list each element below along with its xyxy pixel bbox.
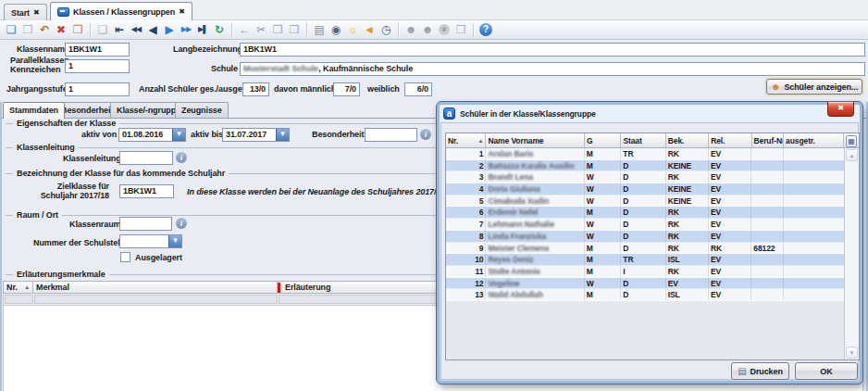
column-header-g[interactable]: G bbox=[585, 133, 621, 147]
toolbar-separator[interactable] bbox=[306, 23, 307, 37]
undo-icon[interactable]: ↶ bbox=[36, 21, 53, 38]
column-header-name-vorname[interactable]: Name Vorname bbox=[486, 133, 584, 147]
column-header-ausgetr[interactable]: ausgetr. bbox=[784, 133, 844, 147]
student-row[interactable]: 6 Erdemir Nefel M D RK EV bbox=[446, 207, 844, 219]
student-row[interactable]: 4 Doria Giuliana W D KEINE EV bbox=[446, 183, 844, 196]
student-row[interactable]: 3 Brandt Lena W D RK EV bbox=[446, 171, 844, 183]
filter-cell-nr[interactable] bbox=[5, 295, 33, 304]
student-row[interactable]: 5 Cimabuda Xudin W D KEINE EV bbox=[446, 196, 844, 208]
refresh-icon[interactable]: ↻ bbox=[211, 21, 228, 38]
column-header-staat[interactable]: Staat bbox=[621, 133, 665, 147]
klassenraum-field[interactable] bbox=[119, 217, 172, 231]
toolbar-separator[interactable] bbox=[473, 23, 474, 37]
student-beruf-nr bbox=[751, 278, 784, 289]
student-row[interactable]: 10 Reyes Deniz M TR ISL EV bbox=[446, 254, 844, 266]
print-icon[interactable]: ▤ bbox=[311, 21, 328, 38]
chevron-down-icon[interactable]: ▼ bbox=[276, 129, 289, 141]
student-row[interactable]: 1 Arslan Baris M TR RK EV bbox=[446, 148, 844, 160]
klassenleitung-field[interactable] bbox=[119, 151, 173, 165]
student-staat: D bbox=[621, 160, 665, 171]
ok-button[interactable]: OK bbox=[795, 362, 858, 380]
report-icon[interactable]: ❒ bbox=[453, 21, 469, 38]
prev-record-icon[interactable]: ◀ bbox=[144, 21, 161, 38]
tab-zeugnisse[interactable]: Zeugnisse bbox=[175, 102, 229, 118]
close-icon[interactable]: ✖ bbox=[179, 8, 185, 16]
tab-start[interactable]: Start ✖ bbox=[4, 4, 47, 20]
cut-icon[interactable]: ✂ bbox=[253, 21, 269, 38]
copy-icon[interactable]: ❐ bbox=[269, 21, 286, 38]
student-gender: W bbox=[585, 183, 621, 195]
help-icon[interactable]: ? bbox=[479, 23, 492, 36]
student-row[interactable]: 9 Meister Clemens M D RK RK 68122 bbox=[446, 243, 844, 255]
toolbar-separator[interactable] bbox=[90, 23, 91, 37]
jahrgangsstufe-label: Jahrgangsstufe bbox=[6, 84, 68, 94]
student-nr: 6 bbox=[446, 207, 486, 218]
table-scrollbar[interactable]: ▲ ▼ bbox=[844, 148, 859, 359]
parallelklassen-field[interactable]: 1 bbox=[65, 59, 130, 73]
aktiv-von-field[interactable]: 01.08.2016 ▼ bbox=[118, 128, 186, 142]
chevron-down-icon[interactable]: ▼ bbox=[168, 235, 181, 247]
student-nr: 13 bbox=[446, 289, 486, 300]
close-icon[interactable]: ✖ bbox=[33, 9, 40, 17]
remove-record-icon[interactable]: ❐ bbox=[69, 21, 86, 38]
student-name-redacted: Stolte Antonio bbox=[486, 266, 584, 277]
student-name-redacted: Arslan Baris bbox=[486, 148, 584, 159]
jahrgangsstufe-field[interactable]: 1 bbox=[65, 82, 130, 96]
number-icon[interactable]: # bbox=[439, 24, 450, 35]
first-record-icon[interactable]: ⇤ bbox=[111, 21, 128, 38]
timer-icon[interactable]: ◷ bbox=[378, 21, 394, 38]
aktiv-bis-field[interactable]: 31.07.2017 ▼ bbox=[222, 128, 290, 142]
toolbar-separator[interactable] bbox=[231, 23, 232, 37]
langbezeichnung-field[interactable]: 1BK1W1 bbox=[240, 43, 865, 57]
column-header-nr[interactable]: Nr. ▲ bbox=[4, 282, 33, 293]
student-row[interactable]: 13 Walid Abdullah M D ISL EV bbox=[446, 289, 844, 301]
view-icon[interactable]: ◉ bbox=[328, 21, 344, 38]
klassenname-field[interactable]: 1BK1W1 bbox=[65, 43, 130, 57]
ausgelagert-checkbox[interactable] bbox=[120, 252, 130, 262]
student-row[interactable]: 11 Stolte Antonio M I RK EV bbox=[446, 266, 844, 278]
scroll-down-icon[interactable]: ▼ bbox=[846, 347, 858, 359]
filter-icon[interactable]: ◄ bbox=[361, 21, 378, 38]
prev-fast-icon[interactable]: ◀◀ bbox=[128, 21, 144, 38]
hint-icon[interactable]: ☼ bbox=[344, 21, 361, 38]
tab-stammdaten[interactable]: Stammdaten bbox=[3, 102, 65, 119]
tab-klassen-klassengruppen[interactable]: Klassen / Klassengruppen ✖ bbox=[50, 2, 192, 21]
duplicate-icon[interactable]: ❑ bbox=[94, 21, 111, 38]
paste-icon[interactable]: ❒ bbox=[286, 21, 303, 38]
info-icon[interactable]: i bbox=[176, 152, 187, 163]
dialog-close-button[interactable]: ✖ bbox=[827, 102, 854, 117]
student-row[interactable]: 7 Lehmann Nathalie W D RK EV bbox=[446, 219, 844, 231]
scroll-up-icon[interactable]: ▲ bbox=[846, 149, 858, 161]
column-header-bek[interactable]: Bek. bbox=[666, 133, 709, 147]
last-record-icon[interactable]: ▶▌ bbox=[194, 21, 211, 38]
student-icon[interactable]: ☻ bbox=[403, 21, 419, 38]
schule-field[interactable]: Musterstadt Schule, Kaufmännische Schule bbox=[240, 62, 865, 76]
column-chooser-icon[interactable]: ▦ bbox=[846, 135, 857, 147]
chevron-down-icon[interactable]: ▼ bbox=[172, 129, 185, 141]
student-row[interactable]: 2 Battazza Karalis Ausilio M D KEINE EV bbox=[446, 160, 844, 172]
schueler-anzeigen-button[interactable]: ☻ Schüler anzeigen... bbox=[766, 79, 862, 95]
info-icon[interactable]: i bbox=[176, 218, 187, 229]
student-row[interactable]: 12 Vogeline W D EV EV bbox=[446, 278, 844, 290]
schulstelle-dropdown[interactable]: ▼ bbox=[119, 234, 182, 248]
info-icon[interactable]: i bbox=[420, 129, 431, 140]
zielklasse-field[interactable]: 1BK1W1 bbox=[119, 184, 174, 198]
column-header-merkmal[interactable]: Merkmal bbox=[33, 282, 278, 293]
column-header-beruf-nr[interactable]: Beruf-Nr. bbox=[752, 133, 785, 147]
students-icon[interactable]: ☻ bbox=[419, 21, 436, 38]
student-row[interactable]: 8 Linda Franziska W D RK EV bbox=[446, 231, 844, 243]
delete-icon[interactable]: ✖ bbox=[53, 21, 69, 38]
toolbar-separator[interactable] bbox=[398, 23, 399, 37]
save-icon[interactable]: ❒ bbox=[19, 21, 36, 38]
column-header-rel[interactable]: Rel. bbox=[709, 133, 751, 147]
dialog-titlebar[interactable]: a Schüler in der Klasse/Klassengruppe bbox=[440, 105, 860, 122]
next-record-icon[interactable]: ▶ bbox=[161, 21, 178, 38]
back-icon[interactable]: ← bbox=[236, 21, 253, 38]
next-fast-icon[interactable]: ▶▶ bbox=[178, 21, 194, 38]
filter-cell-merkmal[interactable] bbox=[34, 295, 278, 304]
new-record-icon[interactable]: ❏ bbox=[3, 21, 19, 38]
besonderheit-field[interactable] bbox=[365, 128, 417, 142]
column-header-nr[interactable]: Nr. ▲ bbox=[446, 133, 486, 147]
student-staat: D bbox=[621, 278, 665, 289]
drucken-button[interactable]: ▤ Drucken bbox=[731, 362, 789, 380]
